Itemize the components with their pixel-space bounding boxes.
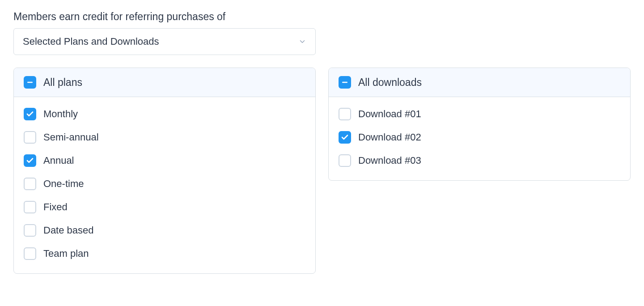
plans-panel: All plans MonthlySemi-annualAnnualOne-ti… <box>13 68 316 274</box>
item-label[interactable]: Annual <box>43 155 74 166</box>
item-label[interactable]: Semi-annual <box>43 132 99 143</box>
credit-scope-select[interactable]: Selected Plans and Downloads <box>13 28 316 55</box>
list-item: Annual <box>24 149 305 172</box>
list-item: Download #02 <box>339 126 620 149</box>
plans-list: MonthlySemi-annualAnnualOne-timeFixedDat… <box>14 97 315 273</box>
chevron-down-icon <box>298 38 306 46</box>
selection-panels: All plans MonthlySemi-annualAnnualOne-ti… <box>13 68 631 274</box>
item-label[interactable]: Download #02 <box>358 132 421 143</box>
list-item: Monthly <box>24 102 305 126</box>
list-item: Download #03 <box>339 149 620 172</box>
item-checkbox[interactable] <box>24 178 36 190</box>
list-item: Fixed <box>24 196 305 219</box>
list-item: Date based <box>24 219 305 242</box>
item-label[interactable]: Download #03 <box>358 155 421 166</box>
list-item: Download #01 <box>339 102 620 126</box>
item-label[interactable]: Monthly <box>43 108 78 120</box>
item-checkbox[interactable] <box>24 247 36 260</box>
item-label[interactable]: Date based <box>43 225 94 236</box>
credit-scope-select-wrap: Selected Plans and Downloads <box>13 28 316 55</box>
list-item: Semi-annual <box>24 126 305 149</box>
list-item: One-time <box>24 172 305 196</box>
all-plans-label[interactable]: All plans <box>43 76 82 89</box>
downloads-list: Download #01Download #02Download #03 <box>329 97 630 180</box>
plans-panel-header: All plans <box>14 68 315 97</box>
item-checkbox[interactable] <box>339 154 351 167</box>
item-checkbox[interactable] <box>24 154 36 167</box>
item-checkbox[interactable] <box>339 108 351 120</box>
item-checkbox[interactable] <box>24 224 36 237</box>
item-label[interactable]: Download #01 <box>358 108 421 120</box>
item-checkbox[interactable] <box>339 131 351 144</box>
item-label[interactable]: Team plan <box>43 248 89 259</box>
list-item: Team plan <box>24 242 305 265</box>
item-label[interactable]: One-time <box>43 178 84 190</box>
section-title: Members earn credit for referring purcha… <box>13 11 631 23</box>
item-label[interactable]: Fixed <box>43 201 68 213</box>
item-checkbox[interactable] <box>24 108 36 120</box>
item-checkbox[interactable] <box>24 201 36 213</box>
downloads-panel-header: All downloads <box>329 68 630 97</box>
downloads-panel: All downloads Download #01Download #02Do… <box>328 68 631 181</box>
item-checkbox[interactable] <box>24 131 36 144</box>
all-downloads-checkbox[interactable] <box>339 76 351 89</box>
all-plans-checkbox[interactable] <box>24 76 36 89</box>
all-downloads-label[interactable]: All downloads <box>358 76 422 89</box>
credit-scope-select-value: Selected Plans and Downloads <box>23 36 159 47</box>
